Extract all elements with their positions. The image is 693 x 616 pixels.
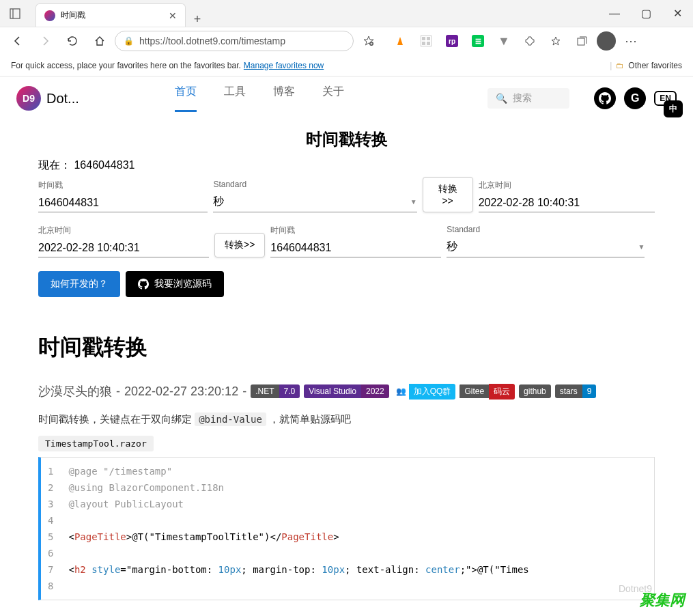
- url-text: https://tool.dotnet9.com/timestamp: [139, 36, 285, 46]
- refresh-button[interactable]: [60, 29, 85, 53]
- row2-std-label: Standard: [447, 225, 645, 234]
- nav-home[interactable]: 首页: [175, 85, 197, 112]
- favorites-prompt: For quick access, place your favorites h…: [11, 61, 241, 70]
- row2-bj-label: 北京时间: [38, 225, 209, 236]
- badge-stars[interactable]: stars9: [555, 384, 597, 398]
- article-meta: 沙漠尽头的狼 - 2022-02-27 23:20:12 - .NET7.0 V…: [38, 383, 655, 400]
- badge-qq[interactable]: 👥加入QQ群: [393, 384, 456, 400]
- row1-std-select[interactable]: 秒 ▼: [213, 192, 416, 212]
- ext-icon-3[interactable]: ☰: [467, 30, 489, 52]
- nav-tools[interactable]: 工具: [224, 85, 246, 112]
- add-favorite-button[interactable]: [356, 29, 381, 53]
- now-value: 1646044831: [74, 159, 135, 171]
- svg-rect-6: [427, 37, 430, 40]
- now-label: 现在：: [38, 159, 71, 171]
- github-link[interactable]: [594, 87, 616, 109]
- how-developed-button[interactable]: 如何开发的？: [38, 271, 120, 297]
- browse-source-button[interactable]: 我要浏览源码: [126, 271, 224, 297]
- svg-rect-7: [422, 42, 425, 45]
- close-window-button[interactable]: ✕: [662, 0, 693, 27]
- badge-gitee[interactable]: Gitee码云: [459, 384, 515, 400]
- ext-icon-4[interactable]: ▼: [493, 30, 515, 52]
- tab-favicon: [44, 10, 55, 21]
- svg-rect-0: [10, 9, 20, 18]
- minimize-button[interactable]: —: [599, 0, 630, 27]
- new-tab-button[interactable]: +: [186, 12, 209, 27]
- profile-button[interactable]: [597, 31, 616, 51]
- favorites-button[interactable]: [545, 30, 567, 52]
- code-block: 12345678 @page "/timestamp" @using Blazo…: [38, 457, 655, 600]
- tab-actions-button[interactable]: [0, 0, 30, 27]
- logo-icon: D9: [16, 86, 41, 111]
- article-author: 沙漠尽头的狼: [38, 383, 112, 400]
- home-button[interactable]: [87, 29, 112, 53]
- row1-bj-input[interactable]: [479, 194, 655, 212]
- github-icon: [138, 279, 149, 290]
- row2-ts-label: 时间戳: [270, 225, 441, 236]
- back-button[interactable]: [5, 29, 30, 53]
- collections-button[interactable]: [571, 30, 593, 52]
- url-input[interactable]: 🔒 https://tool.dotnet9.com/timestamp: [115, 31, 354, 51]
- chevron-down-icon: ▼: [410, 198, 417, 206]
- favorites-bar: For quick access, place your favorites h…: [0, 55, 693, 76]
- line-numbers: 12345678: [41, 458, 60, 600]
- code-inline: @bind-Value: [195, 412, 266, 426]
- language-toggle[interactable]: EN 中: [654, 91, 677, 106]
- svg-rect-8: [427, 42, 430, 45]
- lang-cn-badge: 中: [664, 100, 683, 117]
- tool-title: 时间戳转换: [38, 128, 655, 150]
- gitee-link[interactable]: G: [624, 87, 646, 109]
- svg-rect-9: [578, 38, 584, 45]
- manage-favorites-link[interactable]: Manage favorites now: [244, 61, 324, 70]
- search-icon: 🔍: [496, 93, 507, 104]
- row2-convert-button[interactable]: 转换>>: [214, 233, 265, 257]
- code-content[interactable]: @page "/timestamp" @using BlazorComponen…: [60, 458, 654, 600]
- row2-bj-input[interactable]: [38, 239, 209, 257]
- tab-title: 时间戳: [61, 10, 85, 21]
- more-button[interactable]: ⋯: [620, 30, 642, 52]
- filename-tag: TimestampTool.razor: [38, 436, 154, 451]
- lock-icon: 🔒: [124, 36, 134, 46]
- site-logo[interactable]: D9 Dot...: [16, 86, 79, 111]
- row1-std-label: Standard: [213, 180, 416, 189]
- ext-icon-1[interactable]: [415, 30, 437, 52]
- browser-tab[interactable]: 时间戳 ✕: [36, 3, 186, 27]
- search-placeholder: 搜索: [513, 92, 532, 104]
- search-input[interactable]: 🔍 搜索: [487, 88, 569, 109]
- row2-ts-input[interactable]: [270, 239, 441, 257]
- ext-icon-2[interactable]: rp: [441, 30, 463, 52]
- logo-text: Dot...: [46, 91, 79, 107]
- address-bar: 🔒 https://tool.dotnet9.com/timestamp rp …: [0, 27, 693, 55]
- row1-bj-label: 北京时间: [479, 180, 655, 191]
- article-date: 2022-02-27 23:20:12: [124, 384, 238, 399]
- watermark: 聚集网: [640, 590, 685, 611]
- article-description: 时间戳转换，关键点在于双向绑定 @bind-Value ，就简单贴源码吧: [38, 413, 655, 426]
- maximize-button[interactable]: ▢: [630, 0, 662, 27]
- row1-ts-label: 时间戳: [38, 180, 208, 191]
- svg-marker-3: [397, 37, 403, 45]
- nav-blog[interactable]: 博客: [273, 85, 295, 112]
- article-title: 时间戳转换: [38, 333, 655, 363]
- close-icon[interactable]: ✕: [169, 10, 177, 21]
- forward-button: [33, 29, 57, 53]
- row1-convert-button[interactable]: 转换>>: [423, 177, 473, 212]
- chevron-down-icon: ▼: [638, 243, 645, 251]
- row1-ts-input[interactable]: [38, 194, 208, 212]
- row2-std-select[interactable]: 秒 ▼: [447, 237, 645, 257]
- badge-vs[interactable]: Visual Studio2022: [304, 384, 389, 398]
- svg-rect-5: [422, 37, 425, 40]
- vlc-icon[interactable]: [389, 30, 411, 52]
- badge-github[interactable]: github: [519, 384, 551, 398]
- badge-dotnet[interactable]: .NET7.0: [251, 384, 300, 398]
- extensions-button[interactable]: [519, 30, 541, 52]
- other-favorites-button[interactable]: Other favorites: [628, 61, 682, 70]
- nav-about[interactable]: 关于: [322, 85, 344, 112]
- folder-icon: 🗀: [616, 61, 624, 70]
